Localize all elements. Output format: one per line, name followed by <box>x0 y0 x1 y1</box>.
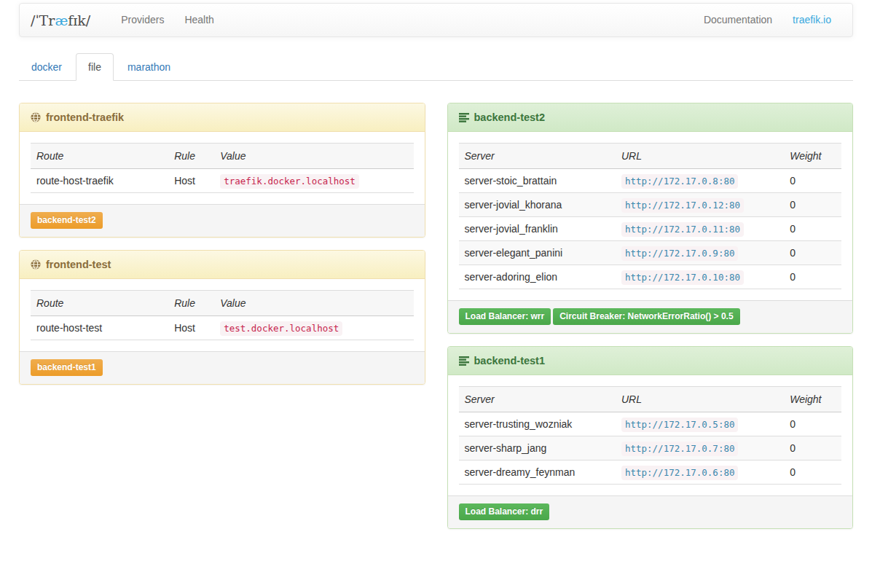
server-weight-cell: 0 <box>784 217 841 241</box>
backend-panel: backend-test2 Server URL Weight server-s… <box>447 103 854 334</box>
server-weight-cell: 0 <box>784 169 841 193</box>
servers-header-url: URL <box>616 144 784 169</box>
backend-panel-title: backend-test2 <box>474 111 546 123</box>
page-container: /ˈTræfɪk/ Providers Health Documentation… <box>0 3 872 556</box>
server-url-code: http://172.17.0.6:80 <box>621 466 739 480</box>
server-url-cell: http://172.17.0.10:80 <box>616 265 784 289</box>
server-weight-cell: 0 <box>784 265 841 289</box>
frontend-panel-header: frontend-test <box>20 251 425 279</box>
server-url-cell: http://172.17.0.9:80 <box>616 241 784 265</box>
routes-header-rule: Rule <box>168 144 214 169</box>
frontend-panel-footer: backend-test2 <box>20 204 425 237</box>
server-url-cell: http://172.17.0.5:80 <box>616 412 784 436</box>
server-url-cell: http://172.17.0.7:80 <box>616 436 784 460</box>
backend-panel-body: Server URL Weight server-stoic_brattain … <box>448 132 853 300</box>
rule-value-cell: traefik.docker.localhost <box>214 169 413 193</box>
route-table-row: route-host-traefik Host traefik.docker.l… <box>31 169 414 193</box>
servers-header-weight: Weight <box>784 387 841 412</box>
server-url-cell: http://172.17.0.6:80 <box>616 460 784 485</box>
server-table-row: server-trusting_wozniak http://172.17.0.… <box>459 412 842 436</box>
server-name-cell: server-trusting_wozniak <box>459 412 616 436</box>
servers-table-header-row: Server URL Weight <box>459 387 842 412</box>
frontend-panel-body: Route Rule Value route-host-traefik Host… <box>20 132 425 204</box>
content-row: frontend-traefik Route Rule Value route-… <box>19 103 853 541</box>
server-url-code: http://172.17.0.10:80 <box>621 270 744 285</box>
routes-header-route: Route <box>31 291 168 316</box>
server-url-code: http://172.17.0.9:80 <box>621 246 739 261</box>
routes-table-header-row: Route Rule Value <box>31 291 414 316</box>
backend-panel-header: backend-test1 <box>448 347 853 375</box>
servers-table: Server URL Weight server-trusting_woznia… <box>459 386 842 485</box>
brand-text-post: fɪk/ <box>68 12 90 28</box>
backend-ref-badge: backend-test1 <box>31 359 103 376</box>
backend-panel-header: backend-test2 <box>448 103 853 132</box>
frontend-panel-footer: backend-test1 <box>20 351 425 384</box>
server-name-cell: server-stoic_brattain <box>459 169 616 193</box>
backend-config-badge: Load Balancer: drr <box>459 503 550 520</box>
frontend-panel-title: frontend-test <box>46 259 111 270</box>
servers-header-server: Server <box>459 144 616 169</box>
server-name-cell: server-dreamy_feynman <box>459 460 616 485</box>
rule-value-code: test.docker.localhost <box>220 321 342 336</box>
tab-file[interactable]: file <box>76 53 114 81</box>
server-url-code: http://172.17.0.7:80 <box>621 442 739 456</box>
server-weight-cell: 0 <box>784 193 841 217</box>
server-name-cell: server-elegant_panini <box>459 241 616 265</box>
brand-text-pre: /ˈTr <box>31 12 55 28</box>
nav-item-traefik-io[interactable]: traefik.io <box>782 4 841 36</box>
server-url-code: http://172.17.0.11:80 <box>621 222 744 237</box>
tasks-icon <box>459 113 469 122</box>
backend-panel-title: backend-test1 <box>474 355 546 366</box>
servers-header-url: URL <box>616 387 784 412</box>
server-name-cell: server-adoring_elion <box>459 265 616 289</box>
frontends-column: frontend-traefik Route Rule Value route-… <box>19 103 425 397</box>
navbar-right-links: Documentation traefik.io <box>694 4 841 36</box>
backends-column: backend-test2 Server URL Weight server-s… <box>447 103 854 541</box>
server-table-row: server-jovial_khorana http://172.17.0.12… <box>459 193 842 217</box>
server-table-row: server-adoring_elion http://172.17.0.10:… <box>459 265 842 289</box>
routes-header-route: Route <box>31 144 168 169</box>
frontend-panel-header: frontend-traefik <box>20 103 425 132</box>
backend-panel-footer: Load Balancer: drr <box>448 495 853 528</box>
server-table-row: server-stoic_brattain http://172.17.0.8:… <box>459 169 842 193</box>
route-name-cell: route-host-traefik <box>31 169 168 193</box>
frontend-panel: frontend-test Route Rule Value route-hos… <box>19 250 425 385</box>
nav-item-providers[interactable]: Providers <box>111 4 174 36</box>
server-table-row: server-jovial_franklin http://172.17.0.1… <box>459 217 842 241</box>
backend-config-badge: Circuit Breaker: NetworkErrorRatio() > 0… <box>553 308 739 325</box>
server-table-row: server-elegant_panini http://172.17.0.9:… <box>459 241 842 265</box>
backend-panel-body: Server URL Weight server-trusting_woznia… <box>448 375 853 495</box>
frontend-panel: frontend-traefik Route Rule Value route-… <box>19 103 425 238</box>
server-weight-cell: 0 <box>784 436 841 460</box>
nav-item-health[interactable]: Health <box>174 4 224 36</box>
brand-text-ae: æ <box>55 12 68 28</box>
tab-docker[interactable]: docker <box>19 53 74 81</box>
route-table-row: route-host-test Host test.docker.localho… <box>31 316 414 340</box>
server-name-cell: server-jovial_franklin <box>459 217 616 241</box>
tab-marathon[interactable]: marathon <box>115 53 183 81</box>
navbar-left-links: Providers Health <box>111 4 224 36</box>
servers-header-weight: Weight <box>784 144 841 169</box>
routes-table: Route Rule Value route-host-traefik Host… <box>31 143 414 193</box>
server-url-cell: http://172.17.0.8:80 <box>616 169 784 193</box>
nav-item-documentation[interactable]: Documentation <box>694 4 782 36</box>
servers-table-header-row: Server URL Weight <box>459 144 842 169</box>
globe-icon <box>31 112 41 122</box>
routes-header-value: Value <box>214 291 413 316</box>
server-weight-cell: 0 <box>784 241 841 265</box>
servers-table: Server URL Weight server-stoic_brattain … <box>459 143 842 289</box>
provider-tabs: docker file marathon <box>19 53 853 81</box>
server-url-code: http://172.17.0.5:80 <box>621 418 739 432</box>
navbar: /ˈTræfɪk/ Providers Health Documentation… <box>19 3 853 37</box>
traefik-logo[interactable]: /ˈTræfɪk/ <box>31 12 90 28</box>
rule-value-code: traefik.docker.localhost <box>220 174 359 189</box>
rule-type-cell: Host <box>168 316 214 340</box>
rule-type-cell: Host <box>168 169 214 193</box>
server-url-cell: http://172.17.0.11:80 <box>616 217 784 241</box>
server-weight-cell: 0 <box>784 460 841 485</box>
backend-panel-footer: Load Balancer: wrrCircuit Breaker: Netwo… <box>448 300 853 333</box>
tasks-icon <box>459 356 469 366</box>
server-name-cell: server-sharp_jang <box>459 436 616 460</box>
server-table-row: server-dreamy_feynman http://172.17.0.6:… <box>459 460 842 485</box>
server-name-cell: server-jovial_khorana <box>459 193 616 217</box>
